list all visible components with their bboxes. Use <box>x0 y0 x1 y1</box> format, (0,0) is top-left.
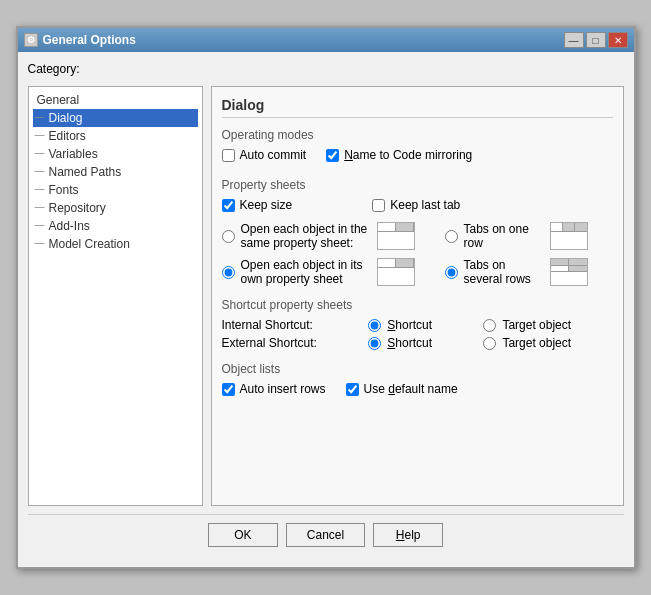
same-sheet-icon <box>377 222 415 250</box>
property-sheets-title: Property sheets <box>222 178 613 192</box>
open-same-row: Open each object in the same property sh… <box>222 222 415 250</box>
open-own-label: Open each object in its own property she… <box>241 258 371 286</box>
shortcut-section: Shortcut property sheets Internal Shortc… <box>222 298 613 350</box>
left-radio-col: Open each object in the same property sh… <box>222 222 415 286</box>
tabs-one-row-radio[interactable] <box>445 230 458 243</box>
dialog-body: Category: General Dialog Editors Variabl… <box>18 52 634 567</box>
external-shortcut-option-label: Shortcut <box>387 336 432 350</box>
tabs-one-row-row: Tabs on one row <box>445 222 588 250</box>
tabs-several-rows-row: Tabs on several rows <box>445 258 588 286</box>
external-target-label: Target object <box>502 336 571 350</box>
operating-modes-row: Auto commit Name to Code mirroring <box>222 148 613 166</box>
use-default-name-label: Use default name <box>364 382 458 396</box>
main-panel: Dialog Operating modes Auto commit Name … <box>211 86 624 506</box>
external-target-radio-row: Target object <box>483 336 612 350</box>
title-bar-controls: — □ ✕ <box>564 32 628 48</box>
auto-insert-rows-row: Auto insert rows <box>222 382 326 396</box>
general-options-window: ⚙ General Options — □ ✕ Category: Genera… <box>16 26 636 569</box>
internal-shortcut-option-label: Shortcut <box>387 318 432 332</box>
sidebar-item-editors[interactable]: Editors <box>33 127 198 145</box>
open-own-row: Open each object in its own property she… <box>222 258 415 286</box>
internal-target-label: Target object <box>502 318 571 332</box>
category-sidebar: General Dialog Editors Variables Named P… <box>28 86 203 506</box>
auto-commit-checkbox[interactable] <box>222 149 235 162</box>
sidebar-item-variables[interactable]: Variables <box>33 145 198 163</box>
tab2 <box>396 223 414 231</box>
panel-title: Dialog <box>222 97 613 118</box>
footer: OK Cancel Help <box>28 514 624 557</box>
internal-shortcut-label: Internal Shortcut: <box>222 318 359 332</box>
operating-modes-title: Operating modes <box>222 128 613 142</box>
ok-button[interactable]: OK <box>208 523 278 547</box>
shortcut-title: Shortcut property sheets <box>222 298 613 312</box>
sidebar-item-add-ins[interactable]: Add-Ins <box>33 217 198 235</box>
name-to-code-label: Name to Code mirroring <box>344 148 472 162</box>
own-tab2 <box>396 259 414 267</box>
cancel-button[interactable]: Cancel <box>286 523 365 547</box>
external-shortcut-radio[interactable] <box>368 337 381 350</box>
external-target-radio[interactable] <box>483 337 496 350</box>
sidebar-item-repository[interactable]: Repository <box>33 199 198 217</box>
internal-target-radio[interactable] <box>483 319 496 332</box>
auto-insert-rows-label: Auto insert rows <box>240 382 326 396</box>
auto-commit-row: Auto commit <box>222 148 307 162</box>
object-lists-title: Object lists <box>222 362 613 376</box>
object-lists-section: Object lists Auto insert rows Use defaul… <box>222 362 613 400</box>
keep-last-tab-row: Keep last tab <box>372 198 460 212</box>
window-icon: ⚙ <box>24 33 38 47</box>
property-sheet-options: Open each object in the same property sh… <box>222 222 613 286</box>
name-to-code-checkbox[interactable] <box>326 149 339 162</box>
tabs-several-rows-label: Tabs on several rows <box>464 258 544 286</box>
keep-last-tab-label: Keep last tab <box>390 198 460 212</box>
keep-last-tab-checkbox[interactable] <box>372 199 385 212</box>
close-button[interactable]: ✕ <box>608 32 628 48</box>
keep-size-row: Keep size <box>222 198 293 212</box>
sidebar-item-model-creation[interactable]: Model Creation <box>33 235 198 253</box>
tabs-several-rows-radio[interactable] <box>445 266 458 279</box>
name-to-code-row: Name to Code mirroring <box>326 148 472 162</box>
keep-size-label: Keep size <box>240 198 293 212</box>
use-default-name-checkbox[interactable] <box>346 383 359 396</box>
external-shortcut-radio-row: Shortcut <box>368 336 473 350</box>
use-default-name-row: Use default name <box>346 382 458 396</box>
own-sheet-content <box>378 267 414 285</box>
sidebar-item-named-paths[interactable]: Named Paths <box>33 163 198 181</box>
right-radio-col: Tabs on one row <box>445 222 588 286</box>
open-own-radio[interactable] <box>222 266 235 279</box>
help-button[interactable]: Help <box>373 523 443 547</box>
external-shortcut-label: External Shortcut: <box>222 336 359 350</box>
open-same-label: Open each object in the same property sh… <box>241 222 371 250</box>
window-title: General Options <box>43 33 136 47</box>
tabs-one-row-icon <box>550 222 588 250</box>
property-sheets-section: Property sheets Keep size Keep last tab <box>222 178 613 286</box>
internal-target-radio-row: Target object <box>483 318 612 332</box>
tabs-one-row-label: Tabs on one row <box>464 222 544 250</box>
open-same-radio[interactable] <box>222 230 235 243</box>
tabs-several-rows-icon <box>550 258 588 286</box>
title-bar: ⚙ General Options — □ ✕ <box>18 28 634 52</box>
operating-modes-section: Operating modes Auto commit Name to Code… <box>222 128 613 166</box>
keep-row: Keep size Keep last tab <box>222 198 613 216</box>
own-sheet-icon <box>377 258 415 286</box>
tab1 <box>378 223 396 231</box>
auto-insert-rows-checkbox[interactable] <box>222 383 235 396</box>
object-list-row: Auto insert rows Use default name <box>222 382 613 400</box>
auto-commit-label: Auto commit <box>240 148 307 162</box>
minimize-button[interactable]: — <box>564 32 584 48</box>
sidebar-item-general[interactable]: General <box>33 91 198 109</box>
internal-shortcut-radio[interactable] <box>368 319 381 332</box>
maximize-button[interactable]: □ <box>586 32 606 48</box>
internal-shortcut-radio-row: Shortcut <box>368 318 473 332</box>
sidebar-item-fonts[interactable]: Fonts <box>33 181 198 199</box>
sheet-content <box>378 231 414 249</box>
keep-size-checkbox[interactable] <box>222 199 235 212</box>
shortcut-grid: Internal Shortcut: Shortcut Target objec… <box>222 318 613 350</box>
sidebar-item-dialog[interactable]: Dialog <box>33 109 198 127</box>
category-label: Category: <box>28 62 624 76</box>
content-area: General Dialog Editors Variables Named P… <box>28 86 624 506</box>
title-bar-left: ⚙ General Options <box>24 33 136 47</box>
own-tab1 <box>378 259 396 267</box>
